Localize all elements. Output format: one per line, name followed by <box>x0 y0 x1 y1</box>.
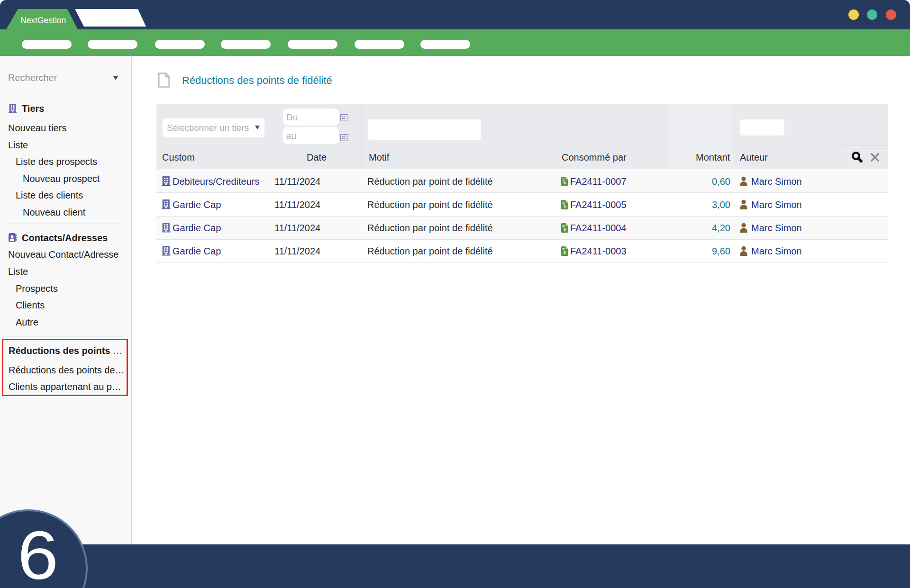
svg-text:$: $ <box>564 250 566 255</box>
svg-text:$: $ <box>564 226 566 232</box>
svg-text:$: $ <box>564 203 566 208</box>
svg-text:$: $ <box>564 180 566 185</box>
